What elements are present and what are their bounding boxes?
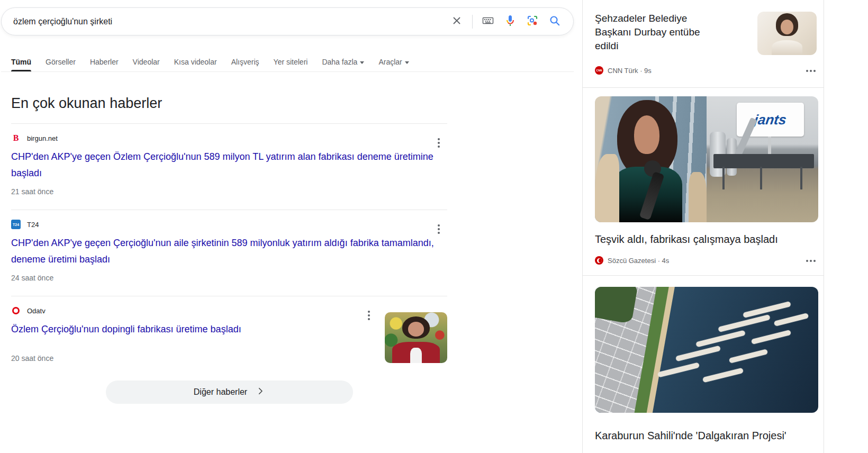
more-news-button[interactable]: Diğer haberler <box>106 380 353 404</box>
woman-portrait-image <box>757 12 817 55</box>
microphone-icon <box>504 14 517 29</box>
panel-card-image[interactable] <box>595 287 818 413</box>
panel-source-line: Sözcü Gazetesi · 4s <box>608 257 669 265</box>
panel-card: jants Teşvik aldı, fabrikası çalışmaya b… <box>583 88 824 276</box>
panel-card-title[interactable]: Karaburun Sahili'nde 'Dalgakıran Projesi… <box>595 429 812 442</box>
search-bar <box>1 7 574 35</box>
google-search-page: Tümü Görseller Haberler Videolar Kısa vi… <box>0 0 868 453</box>
t24-favicon: T24 <box>11 220 21 229</box>
chevron-down-icon <box>360 61 364 64</box>
panel-card: Şehzadeler Belediye Başkanı Durbay entüb… <box>583 0 824 88</box>
panel-source-row: CNN CNN Türk · 9s <box>595 66 652 75</box>
card-menu-button[interactable] <box>804 66 817 76</box>
news-thumbnail[interactable] <box>385 312 447 363</box>
voice-search-button[interactable] <box>499 11 521 33</box>
news-item: Odatv Özlem Çerçioğlu'nun dopingli fabri… <box>11 296 447 375</box>
more-horizontal-icon <box>810 70 812 72</box>
search-submit-button[interactable] <box>544 11 566 33</box>
search-input[interactable] <box>13 17 446 26</box>
more-vertical-icon <box>438 228 440 230</box>
search-icon <box>548 14 561 29</box>
news-side-panel: Şehzadeler Belediye Başkanı Durbay entüb… <box>582 0 824 453</box>
source-row: T24 T24 <box>11 219 447 230</box>
section-heading: En çok okunan haberler <box>11 95 162 112</box>
close-icon <box>451 15 463 28</box>
source-name: T24 <box>27 221 39 229</box>
tab-gorseller[interactable]: Görseller <box>46 52 76 71</box>
cnn-turk-logo: CNN <box>595 66 603 75</box>
source-row: B birgun.net <box>11 133 447 143</box>
woman-with-microphone-image <box>595 96 707 222</box>
tab-yer-siteleri[interactable]: Yer siteleri <box>274 52 308 71</box>
search-bar-icons <box>446 11 566 33</box>
virtual-keyboard-button[interactable] <box>477 11 499 33</box>
chevron-down-icon <box>405 61 409 64</box>
news-item: T24 T24 CHP'den AKP'ye geçen Çerçioğlu'n… <box>11 210 447 296</box>
panel-card-title[interactable]: Teşvik aldı, fabrikası çalışmaya başladı <box>595 232 812 246</box>
news-timestamp: 21 saat önce <box>11 187 447 196</box>
birgun-favicon: B <box>11 133 21 143</box>
source-row: Odatv <box>11 305 447 316</box>
panel-card-image[interactable]: jants <box>595 96 818 222</box>
news-title-link[interactable]: CHP'den AKP'ye geçen Özlem Çerçioğlu'nun… <box>11 149 441 182</box>
panel-source-row: Sözcü Gazetesi · 4s <box>595 256 669 265</box>
panel-card-thumbnail[interactable] <box>757 12 817 55</box>
item-menu-button[interactable] <box>363 309 375 322</box>
woman-red-blazer-market-image <box>385 312 447 363</box>
news-item: B birgun.net CHP'den AKP'ye geçen Özlem … <box>11 123 447 210</box>
tab-alisveris[interactable]: Alışveriş <box>231 52 259 71</box>
news-title-link[interactable]: CHP'den AKP'ye geçen Çerçioğlu'nun aile … <box>11 235 441 268</box>
panel-source-line: CNN Türk · 9s <box>608 67 652 75</box>
tab-kisa-videolar[interactable]: Kısa videolar <box>174 52 217 71</box>
tab-videolar[interactable]: Videolar <box>133 52 160 71</box>
source-name: Odatv <box>27 307 46 315</box>
tab-tumu[interactable]: Tümü <box>11 52 31 71</box>
tab-araclar[interactable]: Araçlar <box>378 52 409 71</box>
more-horizontal-icon <box>810 260 812 262</box>
panel-card: Karaburun Sahili'nde 'Dalgakıran Projesi… <box>583 276 824 453</box>
card-menu-button[interactable] <box>804 256 817 266</box>
sozcu-logo <box>595 256 603 265</box>
source-name: birgun.net <box>27 134 58 142</box>
item-menu-button[interactable] <box>432 137 445 149</box>
searchbar-divider <box>472 15 473 29</box>
chevron-right-icon <box>256 386 265 398</box>
more-vertical-icon <box>368 314 370 316</box>
factory-image: jants <box>707 96 818 222</box>
news-timestamp: 24 saat önce <box>11 274 447 282</box>
top-stories-list: B birgun.net CHP'den AKP'ye geçen Özlem … <box>11 123 447 375</box>
google-lens-icon <box>526 14 539 29</box>
keyboard-icon <box>482 14 494 29</box>
news-timestamp: 20 saat önce <box>11 354 447 363</box>
search-tabs: Tümü Görseller Haberler Videolar Kısa vi… <box>1 52 574 72</box>
panel-card-title[interactable]: Şehzadeler Belediye Başkanı Durbay entüb… <box>595 12 709 53</box>
odatv-favicon <box>11 306 21 315</box>
more-vertical-icon <box>438 142 440 144</box>
clear-search-button[interactable] <box>446 11 468 33</box>
item-menu-button[interactable] <box>432 223 445 235</box>
news-title-link[interactable]: Özlem Çerçioğlu'nun dopingli fabrikası ü… <box>11 321 350 338</box>
tab-haberler[interactable]: Haberler <box>90 52 119 71</box>
google-lens-button[interactable] <box>521 11 544 33</box>
coastal-aerial-render-image <box>595 287 818 413</box>
tab-daha-fazla[interactable]: Daha fazla <box>322 52 364 71</box>
